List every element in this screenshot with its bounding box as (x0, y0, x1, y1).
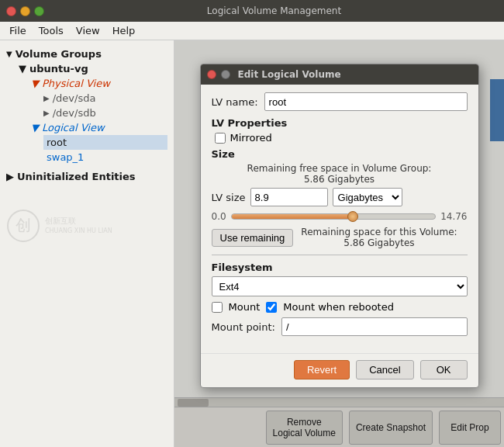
slider-row: 0.0 14.76 (212, 211, 468, 222)
slider-track[interactable] (231, 213, 437, 220)
dialog-close-button[interactable] (207, 70, 216, 79)
mirrored-label: Mirrored (230, 132, 272, 144)
remaining-free-label: Remaining free space in Volume Group: (247, 163, 432, 174)
remaining-free-value: 5.86 Gigabytes (304, 174, 375, 185)
window-controls (6, 6, 44, 16)
watermark: 创 创新互联 CHUANG XIN HU LIAN (0, 209, 174, 243)
lv-name-label: LV name: (212, 96, 258, 108)
uninit-label: Uninitialized Entities (17, 171, 136, 182)
mount-point-label: Mount point: (212, 321, 275, 333)
mount-point-row: Mount point: (212, 317, 468, 336)
menu-tools[interactable]: Tools (33, 23, 70, 38)
mirrored-checkbox[interactable] (215, 133, 226, 144)
physical-view-label: Physical View (42, 78, 110, 89)
use-remaining-row: Use remaining Remaining space for this V… (212, 227, 468, 248)
filesystem-select[interactable]: Ext4 Ext3 Ext2 XFS Btrfs (212, 276, 468, 296)
arrow-icon: ▼ (6, 50, 12, 58)
slider-max-label: 14.76 (440, 211, 467, 222)
tree-dev-sdb[interactable]: ▶ /dev/sdb (43, 106, 167, 120)
mount-checkbox[interactable] (212, 302, 223, 313)
arrow-icon: ▼ (31, 78, 39, 89)
ok-button[interactable]: OK (420, 360, 468, 379)
lv-properties-header: LV Properties (212, 117, 468, 129)
dialog-title-bar: Edit Logical Volume (201, 64, 478, 85)
volume-groups-label: Volume Groups (16, 48, 102, 60)
lv-name-input[interactable] (264, 92, 468, 111)
remaining-free-info: Remaining free space in Volume Group: 5.… (212, 163, 468, 185)
tree-root[interactable]: root (43, 135, 167, 150)
arrow-icon: ▼ (19, 63, 26, 74)
modal-overlay: Edit Logical Volume LV name: LV Properti… (174, 40, 504, 447)
slider-fill (232, 214, 350, 219)
tree-uninitialized[interactable]: ▶ Uninitialized Entities (0, 168, 174, 185)
remaining-space-label: Remaining space for this Volume: (301, 227, 457, 237)
tree-ubuntu-vg[interactable]: ▼ ubuntu-vg (19, 61, 167, 76)
dialog-title: Edit Logical Volume (238, 69, 341, 80)
svg-text:创: 创 (16, 216, 31, 234)
lv-size-unit-select[interactable]: Gigabytes Megabytes Terabytes (333, 188, 402, 206)
revert-button[interactable]: Revert (294, 360, 350, 379)
main-area: ▼ Volume Groups ▼ ubuntu-vg ▼ Physical V… (0, 40, 504, 447)
remaining-space-value: 5.86 Gigabytes (343, 237, 414, 248)
menu-bar: File Tools View Help (0, 22, 504, 40)
mirrored-row: Mirrored (215, 132, 468, 144)
use-remaining-button[interactable]: Use remaining (212, 229, 294, 247)
lv-size-label: LV size (212, 192, 246, 203)
tree-physical-view[interactable]: ▼ Physical View (31, 76, 167, 91)
dialog-buttons: Revert Cancel OK (201, 353, 478, 387)
tree-swap1[interactable]: swap_1 (43, 150, 167, 165)
remaining-space-info: Remaining space for this Volume: 5.86 Gi… (301, 227, 457, 248)
slider-min-label: 0.0 (212, 211, 226, 222)
arrow-icon: ▶ (43, 109, 50, 117)
mount-row: Mount Mount when rebooted (212, 301, 468, 313)
minimize-button[interactable] (20, 6, 30, 16)
menu-help[interactable]: Help (106, 23, 142, 38)
watermark-logo: 创 (6, 209, 40, 243)
tree-dev-sda[interactable]: ▶ /dev/sda (43, 91, 167, 106)
cancel-button[interactable]: Cancel (356, 360, 413, 379)
root-label: root (47, 137, 67, 148)
tree-volume-groups[interactable]: ▼ Volume Groups (6, 47, 167, 61)
title-bar: Logical Volume Management (0, 0, 504, 22)
menu-view[interactable]: View (70, 23, 106, 38)
arrow-icon: ▼ (31, 122, 39, 133)
arrow-icon: ▶ (43, 94, 50, 102)
edit-lv-dialog: Edit Logical Volume LV name: LV Properti… (200, 64, 479, 388)
mount-point-input[interactable] (281, 317, 468, 336)
maximize-button[interactable] (34, 6, 44, 16)
slider-thumb[interactable] (347, 211, 358, 222)
close-button[interactable] (6, 6, 16, 16)
arrow-icon: ▶ (6, 171, 14, 182)
right-panel: RemoveLogical Volume Create Snapshot Edi… (174, 40, 504, 447)
logical-view-label: Logical View (42, 122, 105, 133)
dev-sda-label: /dev/sda (53, 92, 96, 104)
mount-when-rebooted-checkbox[interactable] (266, 302, 277, 313)
dev-sdb-label: /dev/sdb (53, 107, 96, 119)
sidebar: ▼ Volume Groups ▼ ubuntu-vg ▼ Physical V… (0, 40, 174, 447)
mount-when-rebooted-label: Mount when rebooted (283, 301, 394, 313)
menu-file[interactable]: File (3, 23, 33, 38)
filesystem-header: Filesystem (212, 262, 468, 273)
mount-label: Mount (229, 301, 261, 313)
swap1-label: swap_1 (47, 151, 84, 163)
size-row: LV size Gigabytes Megabytes Terabytes (212, 188, 468, 206)
tree-logical-view[interactable]: ▼ Logical View (31, 120, 167, 135)
ubuntu-vg-label: ubuntu-vg (29, 63, 88, 74)
dialog-body: LV name: LV Properties Mirrored Size Rem… (201, 85, 478, 350)
window-title: Logical Volume Management (50, 5, 498, 16)
dialog-min-button[interactable] (221, 70, 230, 79)
size-header: Size (212, 148, 468, 160)
lv-name-row: LV name: (212, 92, 468, 111)
separator (212, 255, 468, 255)
lv-size-input[interactable] (250, 188, 328, 206)
